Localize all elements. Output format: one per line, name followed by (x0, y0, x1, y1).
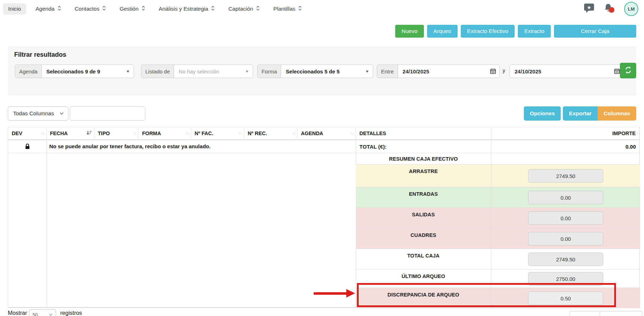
avatar[interactable]: LM (624, 2, 638, 16)
agenda-filter-value: Seleccionados 9 de 9 (46, 68, 100, 74)
agenda-filter-select[interactable]: Seleccionados 9 de 9 (42, 65, 134, 78)
nav-item-inicio[interactable]: Inicio (3, 3, 26, 15)
sort-icon: ↑↓ (637, 131, 640, 135)
summary-row-label: DISCREPANCIA DE ARQUEO (356, 288, 491, 308)
nuevo-button[interactable]: Nuevo (395, 25, 424, 38)
extracto-efectivo-button[interactable]: Extracto Efectivo (461, 25, 515, 38)
exportar-button[interactable]: Exportar (563, 106, 598, 121)
column-header-agenda[interactable]: AGENDA ↑↓ (297, 127, 356, 139)
column-header-nrec[interactable]: Nº REC. ↑↓ (244, 127, 297, 139)
table-buttons: Opciones Exportar Columnas (524, 106, 636, 121)
arqueo-button[interactable]: Arqueo (427, 25, 458, 38)
total-caja-value-field: 2749.50 (528, 253, 603, 266)
empty-cell (491, 153, 640, 164)
feedback-star-bubble-icon[interactable]: ★ (584, 3, 594, 15)
table-body: No se puede anular por tener factura, re… (8, 140, 639, 307)
arrastre-value-field: 2749.50 (528, 169, 603, 183)
chevron-updown-icon (298, 5, 302, 12)
summary-row-label: ÚLTIMO ARQUEO (356, 270, 491, 288)
nav-item-gestion[interactable]: Gestión (119, 5, 145, 12)
filter-panel: Filtrar resultados Agenda Seleccionados … (8, 46, 636, 96)
forma-filter-value: Seleccionados 5 de 5 (286, 68, 340, 74)
listado-filter-select[interactable]: No hay selección (174, 65, 253, 78)
nav-item-plantillas[interactable]: Plantillas (273, 5, 302, 12)
extracto-button[interactable]: Extracto (518, 25, 551, 38)
chevron-updown-icon (141, 5, 145, 12)
nav-item-agenda[interactable]: Agenda (35, 5, 61, 12)
nav-label: Análisis y Estrategia (159, 6, 208, 12)
calendar-icon[interactable] (614, 68, 620, 75)
mostrar-label: Mostrar (8, 310, 27, 316)
pagination-button[interactable] (570, 311, 600, 316)
summary-row-total-caja: TOTAL CAJA 2749.50 (356, 249, 640, 269)
sort-desc-active-icon (86, 131, 92, 136)
opciones-button[interactable]: Opciones (524, 106, 561, 121)
summary-row-arrastre: ARRASTRE 2749.50 (356, 164, 640, 187)
table-header-row: DEV ↑↓ FECHA TIPO ↑↓ FORMA ↑↓ Nº FAC. ↑↓ (8, 127, 639, 140)
column-header-forma[interactable]: FORMA ↑↓ (139, 127, 191, 139)
summary-row-salidas: SALIDAS 0.00 (356, 207, 640, 228)
top-nav: Inicio Agenda Contactos Gestión Análisis… (0, 0, 644, 18)
column-header-label: AGENDA (301, 131, 323, 136)
forma-filter-label: Forma (258, 65, 281, 78)
column-header-fecha[interactable]: FECHA (46, 127, 94, 139)
avatar-initials: LM (628, 6, 635, 12)
column-header-label: DETALLES (359, 131, 386, 136)
calendar-icon[interactable] (490, 68, 496, 75)
summary-row-entradas: ENTRADAS 0.00 (356, 187, 640, 207)
column-header-dev[interactable]: DEV ↑↓ (8, 127, 46, 139)
nav-label: Agenda (35, 6, 54, 12)
filter-title: Filtrar resultados (14, 51, 66, 59)
column-header-nfac[interactable]: Nº FAC. ↑↓ (191, 127, 244, 139)
column-header-label: FECHA (50, 131, 68, 136)
column-header-importe[interactable]: IMPORTE ↑↓ (491, 127, 640, 139)
refresh-button[interactable] (620, 63, 636, 78)
date-from-field[interactable] (398, 65, 499, 78)
refresh-icon (625, 66, 632, 75)
sort-icon: ↑↓ (186, 131, 189, 135)
nav-item-contactos[interactable]: Contactos (75, 5, 106, 12)
summary-section-header: RESUMEN CAJA EFECTIVO (356, 153, 640, 164)
cuadres-value-field: 0.00 (528, 232, 603, 245)
chevron-down-icon (60, 112, 64, 115)
pagination-button[interactable] (600, 311, 642, 316)
date-to-input[interactable] (515, 68, 610, 74)
sort-icon: ↑↓ (133, 131, 137, 135)
page-size-select[interactable]: 50 (29, 309, 56, 316)
row-message: No se puede anular por tener factura, re… (49, 140, 211, 153)
chevron-updown-icon (211, 5, 215, 12)
action-button-row: Nuevo Arqueo Extracto Efectivo Extracto … (395, 25, 636, 38)
summary-row-label: ENTRADAS (356, 187, 491, 207)
sort-icon: ↑↓ (351, 131, 354, 135)
entradas-value-field: 0.00 (528, 191, 603, 204)
nav-right-icons: ★ LM (584, 0, 638, 18)
search-input[interactable] (70, 106, 145, 121)
date-from-group: Entre (377, 65, 500, 78)
caret-down-icon (127, 71, 129, 73)
summary-section-title: RESUMEN CAJA EFECTIVO (356, 153, 491, 164)
date-from-input[interactable] (403, 68, 486, 74)
column-filter-select[interactable]: Todas Columnas (8, 106, 68, 121)
cerrar-caja-button[interactable]: Cerrar Caja (554, 25, 636, 38)
date-conjunction-label: y (503, 67, 505, 73)
summary-row-label: SALIDAS (356, 208, 491, 228)
chevron-updown-icon (102, 5, 106, 12)
total-row: TOTAL (€): 0.00 (356, 140, 640, 153)
column-header-label: FORMA (142, 131, 161, 136)
column-header-label: IMPORTE (612, 131, 635, 136)
column-header-tipo[interactable]: TIPO ↑↓ (94, 127, 139, 139)
nav-item-captacion[interactable]: Captación (228, 5, 260, 12)
registros-label: registros (60, 310, 82, 316)
nav-label: Captación (228, 6, 253, 12)
column-header-detalles[interactable]: DETALLES (356, 127, 491, 139)
svg-text:★: ★ (587, 5, 592, 10)
nav-item-analisis[interactable]: Análisis y Estrategia (159, 5, 215, 12)
date-to-field[interactable] (510, 65, 623, 78)
agenda-filter-group: Agenda Seleccionados 9 de 9 (15, 65, 134, 78)
summary-row-ultimo-arqueo: ÚLTIMO ARQUEO 2750.00 (356, 269, 640, 288)
notifications-bell-icon[interactable] (604, 3, 615, 15)
results-table: DEV ↑↓ FECHA TIPO ↑↓ FORMA ↑↓ Nº FAC. ↑↓ (8, 127, 640, 308)
columnas-button[interactable]: Columnas (598, 106, 636, 121)
summary-row-discrepancia: DISCREPANCIA DE ARQUEO 0.50 (356, 288, 640, 308)
forma-filter-select[interactable]: Seleccionados 5 de 5 (281, 65, 373, 78)
